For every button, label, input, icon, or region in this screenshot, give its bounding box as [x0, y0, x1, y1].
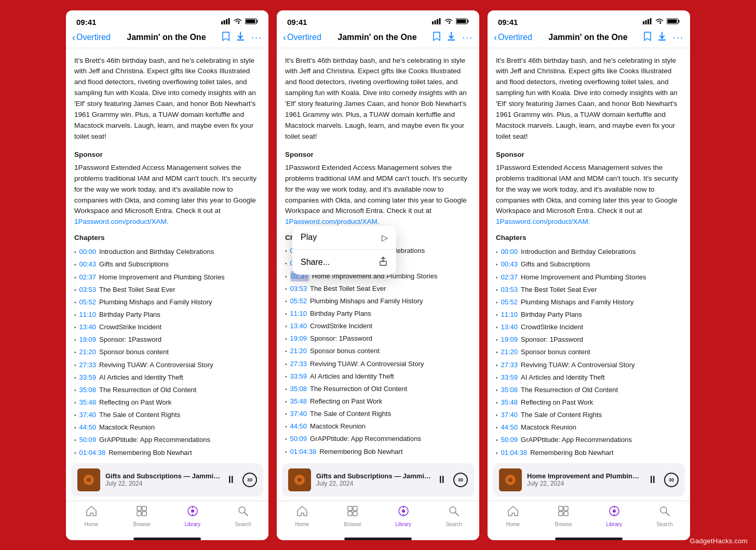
now-playing-1[interactable]: Gifts and Subscriptions — Jammin' on Jul… — [71, 463, 263, 497]
tab-browse-label-1: Browse — [133, 521, 151, 527]
chapter-item[interactable]: •02:37Home Improvement and Plumbing Stor… — [74, 272, 260, 283]
chapter-item[interactable]: •03:53The Best Toilet Seat Ever — [74, 285, 260, 295]
chapter-time: 03:53 — [79, 285, 97, 295]
download-button-3[interactable] — [658, 32, 666, 44]
tab-search-label-2: Search — [446, 521, 462, 527]
chapter-item[interactable]: •19:09Sponsor: 1Password — [285, 333, 471, 344]
chapter-item[interactable]: •33:59AI Articles and Identity Theft — [74, 372, 260, 383]
back-button-2[interactable]: ‹ Overtired — [283, 32, 321, 43]
chapter-item[interactable]: •35:08The Resurrection of Old Content — [285, 384, 471, 394]
download-button-1[interactable] — [237, 32, 244, 44]
home-icon-2 — [296, 505, 308, 520]
chapter-item[interactable]: •19:09Sponsor: 1Password — [496, 334, 682, 345]
chapter-item[interactable]: •01:04:38Remembering Bob Newhart — [74, 448, 260, 458]
chapter-item[interactable]: •00:43Gifts and Subscriptions — [285, 258, 471, 269]
chapter-item[interactable]: •05:52Plumbing Mishaps and Family Histor… — [74, 297, 260, 307]
chapter-item[interactable]: •05:52Plumbing Mishaps and Family Histor… — [496, 297, 682, 307]
tab-search-3[interactable]: Search — [640, 505, 691, 527]
pause-button-3[interactable]: ⏸ — [647, 474, 658, 486]
tab-home-2[interactable]: Home — [277, 505, 328, 527]
chapter-item[interactable]: •03:53The Best Toilet Seat Ever — [285, 284, 471, 294]
tab-browse-1[interactable]: Browse — [117, 505, 168, 527]
back-button-3[interactable]: ‹ Overtired — [494, 32, 532, 43]
tab-search-1[interactable]: Search — [218, 505, 269, 527]
download-button-2[interactable] — [448, 32, 455, 44]
tab-home-1[interactable]: Home — [66, 505, 117, 527]
chapter-item[interactable]: •13:40CrowdStrike Incident — [74, 322, 260, 332]
bullet: • — [74, 386, 76, 395]
tab-home-3[interactable]: Home — [488, 505, 538, 527]
sponsor-link-3[interactable]: 1Password.com/product/XAM. — [496, 218, 590, 225]
chapter-item[interactable]: •13:40CrowdStrike Incident — [285, 321, 471, 331]
bullet: • — [496, 324, 498, 332]
chapter-item[interactable]: •50:09GrAPPtitude: App Recommendations — [285, 434, 471, 444]
more-button-2[interactable]: ··· — [462, 32, 473, 43]
chapter-item[interactable]: •44:50Macstock Reunion — [285, 421, 471, 432]
tab-search-2[interactable]: Search — [429, 505, 480, 527]
chapter-item[interactable]: •44:50Macstock Reunion — [74, 422, 260, 433]
pause-button-1[interactable]: ⏸ — [226, 474, 236, 486]
chapter-item[interactable]: •37:40The Sale of Content Rights — [496, 410, 682, 420]
chapter-item[interactable]: •50:09GrAPPtitude: App Recommendations — [496, 435, 682, 445]
chapter-item[interactable]: •02:37Home Improvement and Plumbing Stor… — [285, 271, 471, 281]
chapter-item[interactable]: •21:20Sponsor bonus content — [496, 347, 682, 357]
chapter-item[interactable]: •35:08The Resurrection of Old Content — [74, 385, 260, 395]
chapter-item[interactable]: •11:10Birthday Party Plans — [285, 308, 471, 319]
chapter-item[interactable]: •13:40CrowdStrike Incident — [496, 322, 682, 332]
sponsor-link-2[interactable]: 1Password.com/product/XAM. — [285, 218, 380, 225]
back-button-1[interactable]: ‹ Overtired — [72, 32, 111, 43]
tab-library-1[interactable]: Library — [167, 505, 218, 527]
chapter-item[interactable]: •03:53The Best Toilet Seat Ever — [496, 285, 682, 295]
chapter-item[interactable]: •50:09GrAPPtitude: App Recommendations — [74, 435, 260, 445]
chapter-item[interactable]: •00:43Gifts and Subscriptions — [74, 259, 260, 270]
chapter-item[interactable]: •35:48Reflecting on Past Work — [496, 397, 682, 408]
chapter-item[interactable]: •44:50Macstock Reunion — [496, 422, 682, 433]
chapter-item[interactable]: •21:20Sponsor bonus content — [285, 346, 471, 356]
skip-forward-button-1[interactable]: 30 — [242, 473, 257, 487]
chapter-item[interactable]: •35:48Reflecting on Past Work — [285, 396, 471, 407]
bookmark-button-2[interactable] — [433, 32, 440, 44]
chapter-item[interactable]: •02:37Home Improvement and Plumbing Stor… — [496, 272, 682, 283]
chapter-time: 44:50 — [501, 422, 518, 433]
bookmark-button-1[interactable] — [222, 32, 230, 44]
now-playing-3[interactable]: Home Improvement and Plumbing Sto July 2… — [493, 463, 685, 497]
chapter-item[interactable]: •05:52Plumbing Mishaps and Family Histor… — [285, 296, 471, 306]
chapter-item[interactable]: •11:10Birthday Party Plans — [496, 310, 682, 320]
tab-library-3[interactable]: Library — [589, 505, 640, 527]
tab-browse-2[interactable]: Browse — [328, 505, 379, 527]
chapter-item[interactable]: •37:40The Sale of Content Rights — [285, 409, 471, 419]
chapter-item[interactable]: •27:33Reviving TUAW: A Controversial Sto… — [74, 360, 260, 370]
skip-forward-button-2[interactable]: 30 — [453, 473, 468, 487]
svg-rect-3 — [228, 18, 230, 24]
chapter-item[interactable]: •21:20Sponsor bonus content — [74, 347, 260, 357]
bookmark-button-3[interactable] — [644, 32, 651, 44]
now-playing-2[interactable]: Gifts and Subscriptions — Jammin' on Jul… — [282, 463, 474, 497]
tab-browse-3[interactable]: Browse — [538, 505, 589, 527]
sponsor-link-1[interactable]: 1Password.com/product/XAM. — [74, 218, 169, 225]
skip-forward-button-3[interactable]: 30 — [664, 473, 679, 487]
chapter-time: 02:37 — [501, 272, 518, 283]
show-links-2[interactable]: Show Links — [285, 459, 471, 460]
chapter-item[interactable]: •33:59AI Articles and Identity Theft — [285, 371, 471, 382]
chapter-item[interactable]: •27:33Reviving TUAW: A Controversial Sto… — [285, 359, 471, 369]
chapter-item[interactable]: •00:43Gifts and Subscriptions — [496, 259, 682, 270]
chapter-item[interactable]: •01:04:38Remembering Bob Newhart — [496, 448, 682, 458]
chapter-item[interactable]: •27:33Reviving TUAW: A Controversial Sto… — [496, 360, 682, 370]
chapter-item[interactable]: •19:09Sponsor: 1Password — [74, 334, 260, 345]
chapter-time: 27:33 — [501, 360, 518, 370]
tab-library-2[interactable]: Library — [378, 505, 429, 527]
chapter-item[interactable]: •11:10Birthday Party Plans — [74, 310, 260, 320]
more-button-1[interactable]: ··· — [251, 32, 262, 43]
more-button-3[interactable]: ··· — [673, 32, 684, 43]
chapter-item[interactable]: •00:00Introduction and Birthday Celebrat… — [74, 247, 260, 257]
chapter-item[interactable]: •01:04:38Remembering Bob Newhart — [285, 447, 471, 457]
pause-button-2[interactable]: ⏸ — [437, 474, 447, 486]
chapter-item[interactable]: •33:59AI Articles and Identity Theft — [496, 372, 682, 383]
chapter-item[interactable]: •00:00Introduction and Birthday Celebrat… — [285, 246, 471, 256]
chapter-title: The Sale of Content Rights — [310, 409, 391, 419]
chapter-item[interactable]: •00:00Introduction and Birthday Celebrat… — [496, 247, 682, 257]
chapter-item[interactable]: •35:48Reflecting on Past Work — [74, 397, 260, 408]
chapter-item[interactable]: •35:08The Resurrection of Old Content — [496, 385, 682, 395]
tab-library-label-1: Library — [184, 521, 200, 527]
chapter-item[interactable]: •37:40The Sale of Content Rights — [74, 410, 260, 420]
